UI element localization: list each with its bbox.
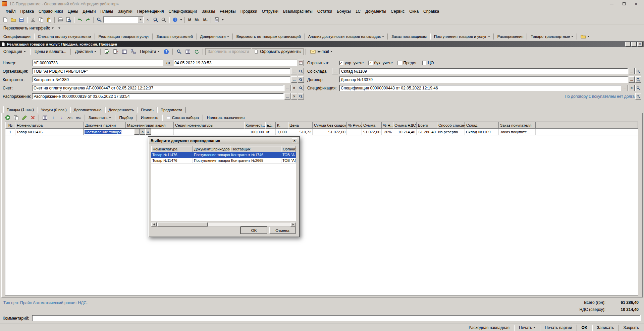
print-menu-button[interactable]: Печать bbox=[517, 324, 538, 331]
scrollbar-thumb[interactable] bbox=[157, 222, 208, 226]
menu-movements[interactable]: Перемещения bbox=[135, 8, 166, 15]
column-header[interactable]: Ед. bbox=[265, 122, 276, 129]
search-combobox[interactable] bbox=[103, 16, 144, 23]
cell-number[interactable]: 1 bbox=[5, 129, 15, 135]
organization-field[interactable]: ТОВ "АГРОДИСТРИБ'ЮТОР" bbox=[32, 68, 290, 74]
menu-money[interactable]: Деньги bbox=[80, 8, 98, 15]
new-document-button[interactable] bbox=[1, 16, 9, 23]
cell-sum-no-discount[interactable]: 51 072,00 bbox=[313, 129, 347, 135]
column-header[interactable]: Заказ покупателя bbox=[499, 122, 536, 129]
contractor-field[interactable]: Контрагент №1380 bbox=[32, 76, 290, 83]
contract-choose-button[interactable] bbox=[629, 76, 635, 83]
clear-search-button[interactable]: × bbox=[144, 16, 152, 23]
cmd-powers-of-attorney[interactable]: Доверенности bbox=[198, 33, 231, 40]
column-header[interactable]: Документ партии bbox=[84, 122, 126, 129]
move-row-down-button[interactable] bbox=[58, 114, 66, 121]
cell-sum[interactable]: 51 072,00 bbox=[362, 129, 382, 135]
operation-button[interactable]: Операция bbox=[1, 48, 28, 55]
copy-button[interactable] bbox=[37, 16, 45, 23]
specification-clear-button[interactable] bbox=[629, 85, 635, 91]
dialog-row-2[interactable]: Товар №11476 Поступление товаров ... Кон… bbox=[151, 158, 296, 163]
document-restore-button[interactable] bbox=[631, 42, 637, 47]
scroll-left-button[interactable] bbox=[151, 222, 157, 226]
organization-choose-button[interactable] bbox=[291, 68, 297, 74]
price-type-info[interactable]: Тип цен: Прайс Автоматический расчет НДС… bbox=[3, 301, 88, 305]
tab-services[interactable]: Услуги (0 поз.) bbox=[38, 107, 70, 113]
column-header[interactable]: Сумма bbox=[362, 122, 382, 129]
redo-button[interactable] bbox=[84, 16, 92, 23]
checkbox-co[interactable]: ЦО bbox=[422, 61, 434, 65]
email-button[interactable]: E-mail bbox=[308, 48, 334, 55]
cell-series[interactable] bbox=[174, 129, 244, 135]
tab-print[interactable]: Печать bbox=[138, 107, 157, 113]
cell-batch-document[interactable]: Поступление товаро bbox=[84, 129, 126, 135]
cell-writeoff-method[interactable]: Из резерва bbox=[437, 129, 465, 135]
search-button[interactable] bbox=[95, 16, 103, 23]
prices-currency-button[interactable]: Цены и валюта... bbox=[33, 48, 68, 55]
window-close-button[interactable]: × bbox=[630, 1, 642, 7]
switch-interface-button[interactable]: Переключить интерфейс bbox=[1, 25, 56, 31]
menu-service[interactable]: Сервис bbox=[388, 8, 407, 15]
column-header[interactable]: № bbox=[5, 122, 15, 129]
warehouse-mode-button[interactable] bbox=[332, 68, 338, 74]
undo-button[interactable] bbox=[76, 16, 84, 23]
dialog-column-header[interactable]: Поставщик bbox=[230, 146, 281, 152]
column-header[interactable]: Номенклатура bbox=[15, 122, 84, 129]
warehouse-choose-button[interactable] bbox=[629, 68, 635, 74]
cmd-specifications[interactable]: Спецификации bbox=[1, 33, 33, 40]
cell-quantity[interactable]: 100,000 bbox=[244, 129, 265, 135]
column-header[interactable]: Всего bbox=[417, 122, 437, 129]
invoice-field[interactable]: Счет на оплату покупателю АГ-00000447 от… bbox=[32, 85, 284, 91]
menu-purchases[interactable]: Закупки bbox=[115, 8, 135, 15]
cell-price[interactable]: 510,72 bbox=[288, 129, 313, 135]
print-batches-button[interactable]: Печать партий bbox=[542, 324, 574, 331]
column-header[interactable]: % Н... bbox=[382, 122, 393, 129]
window-maximize-button[interactable] bbox=[618, 1, 630, 7]
list-settings-button[interactable] bbox=[184, 48, 192, 55]
calculator-button[interactable] bbox=[213, 16, 221, 23]
tab-prepayment[interactable]: Предоплата bbox=[157, 107, 186, 113]
dialog-cell[interactable]: Поступление товаров ... bbox=[193, 158, 230, 163]
menu-directories[interactable]: Справочники bbox=[36, 8, 65, 15]
dialog-cell[interactable]: Контрагент №1746 bbox=[230, 152, 281, 158]
tab-power-of-attorney[interactable]: Доверенность bbox=[105, 107, 138, 113]
actions-button[interactable]: Действия bbox=[73, 48, 99, 55]
menu-documents[interactable]: Документы bbox=[363, 8, 388, 15]
debt-info-link[interactable]: По договору с покупателем нет долга bbox=[565, 94, 635, 99]
checkbox-accounting[interactable]: бух. учете bbox=[368, 61, 393, 65]
calculator-dropdown-button[interactable] bbox=[221, 16, 225, 23]
disposition-open-button[interactable] bbox=[298, 93, 304, 100]
dialog-cell[interactable]: Поступление товаров ... bbox=[193, 152, 230, 158]
make-documents-button[interactable]: Оформить документы bbox=[252, 48, 304, 55]
cmd-folder-button[interactable] bbox=[579, 33, 591, 40]
contractor-choose-button[interactable] bbox=[291, 76, 297, 83]
document-type-button[interactable]: Расходная накладная bbox=[466, 324, 512, 331]
column-header[interactable]: К. bbox=[276, 122, 288, 129]
menu-edit[interactable]: Правка bbox=[18, 8, 37, 15]
menu-bonuses[interactable]: Бонусы bbox=[334, 8, 353, 15]
column-header[interactable]: Цена bbox=[288, 122, 313, 129]
find-all-button[interactable] bbox=[160, 16, 168, 23]
column-header[interactable]: Количест... bbox=[244, 122, 265, 129]
invoice-open-button[interactable] bbox=[298, 85, 304, 91]
column-header[interactable]: Маркетинговая акция bbox=[126, 122, 174, 129]
calendar-button[interactable] bbox=[298, 60, 304, 66]
comment-field[interactable] bbox=[32, 315, 641, 321]
document-structure-button[interactable] bbox=[129, 48, 137, 55]
specification-choose-button[interactable] bbox=[622, 85, 628, 91]
menu-orders[interactable]: Заказы bbox=[199, 8, 217, 15]
column-header[interactable]: Сумма без скидок bbox=[313, 122, 347, 129]
window-minimize-button[interactable] bbox=[606, 1, 618, 7]
debt-open-button[interactable] bbox=[635, 93, 641, 100]
dialog-cancel-button[interactable]: Отмена bbox=[269, 227, 296, 234]
dialog-cell[interactable]: Контрагент №2665 bbox=[230, 158, 281, 163]
batch-document-open-button[interactable] bbox=[146, 129, 151, 135]
dialog-horizontal-scrollbar[interactable] bbox=[151, 222, 296, 227]
refresh-button[interactable] bbox=[193, 48, 201, 55]
cmd-goods-receipts[interactable]: Поступления товаров и услуг bbox=[432, 33, 492, 40]
cell-total[interactable]: 61 286,40 bbox=[417, 129, 437, 135]
dialog-column-header[interactable]: ДокументОприходова... bbox=[193, 146, 230, 152]
specification-open-button[interactable] bbox=[635, 85, 641, 91]
from-warehouse-button[interactable]: Со склада bbox=[307, 69, 331, 74]
copy-row-button[interactable] bbox=[12, 114, 20, 121]
